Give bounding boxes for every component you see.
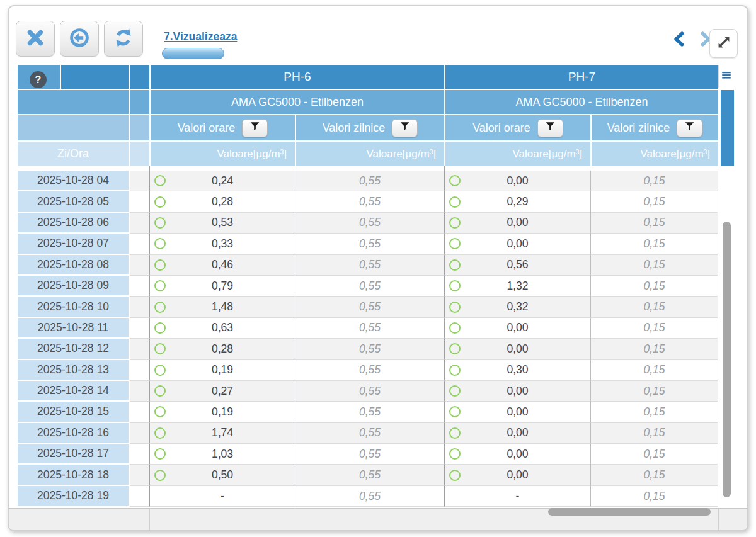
value-text: 0,55 bbox=[295, 258, 444, 271]
refresh-button[interactable] bbox=[104, 21, 143, 57]
value-text: 0,00 bbox=[445, 468, 590, 482]
value-cell: 0,55 bbox=[295, 339, 444, 359]
unit-header: Valoare[µg/m³] bbox=[151, 142, 295, 166]
value-text: 0,27 bbox=[150, 385, 295, 398]
status-ok-icon bbox=[449, 259, 461, 271]
table-row: 2025-10-28 130,190,550,300,15 bbox=[18, 360, 718, 381]
header-spacer bbox=[130, 115, 149, 140]
value-text: 0,15 bbox=[591, 321, 718, 334]
value-text: 0,15 bbox=[591, 280, 718, 293]
data-table: ? PH-6 PH-7 AMA GC5000 - Etilbenzen AMA … bbox=[18, 65, 734, 508]
table-row: 2025-10-28 060,530,550,000,15 bbox=[18, 213, 718, 234]
value-text: 0,55 bbox=[295, 300, 444, 314]
device-header-ph7: AMA GC5000 - Etilbenzen bbox=[445, 90, 718, 114]
device-header-left bbox=[18, 90, 129, 114]
value-text: 0,00 bbox=[445, 174, 590, 188]
value-text: 0,15 bbox=[591, 237, 718, 251]
status-ok-icon bbox=[154, 427, 166, 439]
filter-button[interactable] bbox=[242, 119, 268, 137]
value-cell: 0,53 bbox=[149, 213, 295, 234]
prev-page-button[interactable] bbox=[671, 30, 689, 48]
row-label-header: Zi/Ora bbox=[18, 142, 129, 166]
value-cell: 0,55 bbox=[295, 213, 444, 234]
series-header: Valori orare bbox=[151, 115, 295, 140]
value-cell: 0,15 bbox=[590, 339, 718, 359]
value-text: 0,15 bbox=[591, 258, 718, 271]
step-link[interactable]: 7.Vizualizeaza bbox=[164, 30, 237, 43]
value-cell: 0,55 bbox=[295, 297, 444, 317]
row-spacer bbox=[130, 444, 149, 465]
filter-button[interactable] bbox=[392, 119, 418, 137]
value-cell: 0,00 bbox=[444, 318, 590, 339]
value-text: 0,55 bbox=[295, 280, 444, 293]
status-ok-icon bbox=[154, 365, 166, 376]
status-ok-icon bbox=[154, 385, 166, 397]
vertical-scrollbar-thumb[interactable] bbox=[723, 222, 731, 497]
value-cell: 0,29 bbox=[444, 191, 590, 212]
value-cell: 0,28 bbox=[149, 191, 295, 212]
row-date: 2025-10-28 11 bbox=[18, 318, 129, 339]
row-spacer bbox=[130, 276, 149, 297]
value-text: 0,55 bbox=[295, 174, 444, 188]
dialog-window: 7.Vizualizeaza ? bbox=[8, 5, 748, 531]
value-cell: 0,15 bbox=[590, 276, 718, 297]
row-spacer bbox=[130, 402, 149, 422]
value-text: 0,15 bbox=[591, 195, 718, 208]
series-label: Valori orare bbox=[178, 122, 236, 135]
value-text: 0,55 bbox=[295, 405, 444, 419]
value-text: 0,55 bbox=[295, 490, 444, 503]
value-cell: 0,55 bbox=[295, 234, 444, 254]
value-cell: 0,55 bbox=[295, 171, 444, 191]
close-icon bbox=[26, 28, 45, 50]
table-row: 2025-10-28 140,270,550,000,15 bbox=[18, 381, 718, 402]
value-cell: 0,00 bbox=[444, 402, 590, 422]
value-text: 0,55 bbox=[295, 237, 444, 251]
row-spacer bbox=[130, 423, 149, 444]
value-cell: 0,00 bbox=[444, 444, 590, 465]
back-icon bbox=[69, 27, 90, 51]
row-spacer bbox=[130, 191, 149, 212]
row-date: 2025-10-28 18 bbox=[18, 465, 129, 485]
row-date: 2025-10-28 08 bbox=[18, 255, 129, 276]
help-icon[interactable]: ? bbox=[30, 71, 47, 88]
close-button[interactable] bbox=[16, 21, 55, 57]
back-button[interactable] bbox=[60, 21, 99, 57]
menu-icon bbox=[721, 69, 732, 83]
value-text: 0,15 bbox=[591, 405, 718, 419]
value-cell: 0,15 bbox=[590, 423, 718, 444]
value-text: 0,29 bbox=[445, 195, 590, 208]
table-row: 2025-10-28 150,190,550,000,15 bbox=[18, 402, 718, 422]
value-text: 0,55 bbox=[295, 321, 444, 334]
value-cell: 0,55 bbox=[295, 423, 444, 444]
value-cell: 0,55 bbox=[295, 318, 444, 339]
table-row: 2025-10-28 171,030,550,000,15 bbox=[18, 444, 718, 465]
row-spacer bbox=[130, 360, 149, 381]
value-text: 0,15 bbox=[591, 174, 718, 188]
row-date: 2025-10-28 10 bbox=[18, 297, 129, 317]
value-cell: 0,00 bbox=[444, 213, 590, 234]
value-cell: 0,55 bbox=[295, 465, 444, 485]
filter-button[interactable] bbox=[537, 119, 563, 137]
horizontal-scrollbar-thumb[interactable] bbox=[548, 508, 711, 516]
row-date: 2025-10-28 09 bbox=[18, 276, 129, 297]
row-spacer bbox=[130, 255, 149, 276]
value-text: 0,15 bbox=[591, 342, 718, 356]
row-spacer bbox=[130, 339, 149, 359]
row-date: 2025-10-28 17 bbox=[18, 444, 129, 465]
value-cell: 0,55 bbox=[295, 381, 444, 402]
value-text: 0,00 bbox=[445, 426, 590, 439]
series-header-left bbox=[18, 115, 129, 140]
value-text: 1,03 bbox=[150, 448, 295, 461]
status-ok-icon bbox=[449, 217, 461, 229]
table-menu-button[interactable] bbox=[718, 65, 734, 88]
table-row: 2025-10-28 180,500,550,000,15 bbox=[18, 465, 718, 485]
value-cell: 0,15 bbox=[590, 402, 718, 422]
status-ok-icon bbox=[154, 302, 166, 313]
filter-button[interactable] bbox=[677, 119, 702, 137]
fullscreen-button[interactable] bbox=[709, 29, 738, 58]
value-cell: 0,55 bbox=[295, 486, 444, 507]
value-cell: 0,00 bbox=[444, 339, 590, 359]
value-cell: 0,15 bbox=[590, 465, 718, 485]
header-spacer bbox=[130, 90, 149, 114]
row-date: 2025-10-28 04 bbox=[18, 171, 129, 191]
